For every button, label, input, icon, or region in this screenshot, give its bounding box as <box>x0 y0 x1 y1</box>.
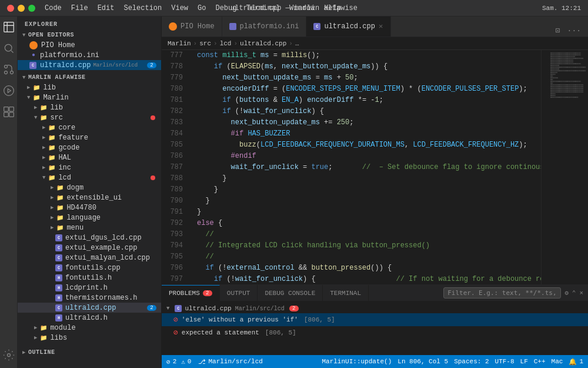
status-language[interactable]: C++ <box>534 358 546 366</box>
code-line-796: if (!external_control && button_pressed(… <box>197 263 541 274</box>
folder-marlin[interactable]: ▼ 📁 Marlin <box>18 92 161 102</box>
settings-icon[interactable] <box>1 347 17 363</box>
code-content[interactable]: const millis_t ms = millis(); if (ELAPSE… <box>192 50 541 284</box>
breadcrumb-marlin[interactable]: Marlin <box>168 40 191 47</box>
status-errors[interactable]: ⊘ 2 ⚠ 0 <box>166 358 191 366</box>
search-icon[interactable] <box>1 40 17 57</box>
source-control-icon[interactable] <box>1 61 17 78</box>
folder-libs[interactable]: ▶ 📁 libs <box>18 333 161 343</box>
error-loc-1: [806, 5] <box>304 316 335 323</box>
file-thermistornames-h[interactable]: H thermistornames.h <box>18 293 161 303</box>
file-lcdprint-h[interactable]: H lcdprint.h <box>18 283 161 293</box>
breadcrumb-ultralcd[interactable]: ultralcd.cpp <box>240 40 286 47</box>
panel-file-section[interactable]: ▼ C ultralcd.cpp Marlin/src/lcd 2 <box>162 304 588 313</box>
filter-settings-icon[interactable]: ⚙ <box>564 289 569 297</box>
folder-language[interactable]: ▶ 📁 language <box>18 213 161 223</box>
filter-input[interactable] <box>443 287 561 299</box>
tab-problems[interactable]: PROBLEMS 2 <box>162 285 220 301</box>
file-ultralcd-cpp[interactable]: C ultralcd.cpp 2 <box>18 303 161 313</box>
panel-collapse-icon[interactable]: ⌃ <box>572 289 576 297</box>
folder-lib-top[interactable]: ▶ 📁 lib <box>18 82 161 92</box>
status-line-ending[interactable]: LF <box>520 358 528 366</box>
panel-filter[interactable]: ⚙ ⌃ × <box>443 287 588 299</box>
extensions-icon[interactable] <box>1 104 17 120</box>
error-item-2[interactable]: ⊘ expected a statement [806, 5] <box>162 326 588 339</box>
code-editor[interactable]: 7777787797807817827837847857867877887897… <box>162 50 588 284</box>
hal-icon: 📁 <box>48 154 56 162</box>
panel-close-icon[interactable]: × <box>579 290 583 297</box>
extui-icon: 📁 <box>56 194 64 202</box>
tab-terminal[interactable]: TERMINAL <box>323 285 369 301</box>
maximize-button[interactable] <box>28 5 35 12</box>
panel-content[interactable]: ▼ C ultralcd.cpp Marlin/src/lcd 2 ⊘ 'els… <box>162 301 588 355</box>
error-item-1[interactable]: ⊘ 'else' without a previous 'if' [806, 5… <box>162 313 588 326</box>
outline-section[interactable]: ▶ Outline <box>18 347 161 357</box>
breadcrumb-src[interactable]: src <box>199 40 211 47</box>
folder-lcd[interactable]: ▼ 📁 lcd <box>18 173 161 183</box>
folder-core[interactable]: ▶ 📁 core <box>18 122 161 132</box>
file-fontutils-h[interactable]: H fontutils.h <box>18 273 161 283</box>
spaces-label: Spaces: 2 <box>454 358 489 365</box>
folder-hal[interactable]: ▶ 📁 HAL <box>18 152 161 163</box>
menu-selection[interactable]: Selection <box>123 4 162 12</box>
split-editor-button[interactable]: ⊡ <box>553 25 563 37</box>
gcode-chevron: ▶ <box>42 144 45 151</box>
folder-menu[interactable]: ▶ 📁 menu <box>18 223 161 233</box>
debug-icon[interactable] <box>1 82 17 99</box>
folder-lib2[interactable]: ▶ 📁 lib <box>18 102 161 112</box>
open-file-path: Marlin/src/lcd <box>93 62 138 68</box>
open-file-ultralcd[interactable]: C ultralcd.cpp Marlin/src/lcd 2 <box>18 60 161 70</box>
breadcrumb-ellipsis[interactable]: … <box>295 40 299 47</box>
file-extui-example[interactable]: C extui_example.cpp <box>18 243 161 253</box>
tab-output[interactable]: OUTPUT <box>220 285 258 301</box>
status-cursor[interactable]: Ln 806, Col 5 <box>397 358 448 366</box>
marlin-alfawise-section[interactable]: ▼ Marlin Alfawise <box>18 72 161 82</box>
lib-chevron: ▶ <box>27 84 30 91</box>
close-button[interactable] <box>7 5 14 12</box>
folder-extensible-ui[interactable]: ▶ 📁 extensible_ui <box>18 193 161 203</box>
tab-ultralcd[interactable]: C ultralcd.cpp × <box>306 16 390 37</box>
open-file-pio[interactable]: PIO Home <box>18 40 161 50</box>
file-fontutils-cpp[interactable]: C fontutils.cpp <box>18 263 161 273</box>
folder-hd44780[interactable]: ▶ 📁 HD44780 <box>18 203 161 213</box>
folder-marlin-label: Marlin <box>43 94 68 102</box>
menu-view[interactable]: View <box>171 4 188 12</box>
tab-close-button[interactable]: × <box>379 22 383 31</box>
menu-edit[interactable]: Edit <box>98 4 115 12</box>
more-actions-button[interactable]: ··· <box>565 25 583 37</box>
open-file-platformio[interactable]: ● platformio.ini <box>18 50 161 60</box>
breadcrumb-lcd[interactable]: lcd <box>220 40 232 47</box>
file-fontutils-cpp-label: fontutils.cpp <box>65 264 121 272</box>
folder-src[interactable]: ▼ 📁 src <box>18 112 161 122</box>
status-git[interactable]: ⎇ Marlin/src/lcd <box>198 358 262 366</box>
file-extui-dgus[interactable]: C extui_dgus_lcd.cpp <box>18 233 161 243</box>
folder-gcode[interactable]: ▶ 📁 gcode <box>18 142 161 152</box>
status-function[interactable]: MarlinUI::update() <box>322 358 392 366</box>
line-number-781: 781 <box>162 95 188 106</box>
file-extui-malyan[interactable]: C extui_malyan_lcd.cpp <box>18 253 161 263</box>
folder-feature[interactable]: ▶ 📁 feature <box>18 132 161 142</box>
folder-dogm[interactable]: ▶ 📁 dogm <box>18 183 161 193</box>
line-number-788: 788 <box>162 173 188 184</box>
status-encoding[interactable]: UTF-8 <box>495 358 514 366</box>
sidebar-content[interactable]: ▼ Open Editors PIO Home ● platformio.ini… <box>18 30 161 368</box>
status-spaces[interactable]: Spaces: 2 <box>454 358 489 366</box>
cpp-icon: C <box>29 62 36 69</box>
menu-file[interactable]: File <box>71 4 88 12</box>
folder-lang-label: language <box>66 214 101 222</box>
folder-inc[interactable]: ▶ 📁 inc <box>18 163 161 173</box>
open-editors-section[interactable]: ▼ Open Editors <box>18 30 161 40</box>
editor-area: PIO Home platformio.ini C ultralcd.cpp ×… <box>162 16 588 368</box>
minimize-button[interactable] <box>18 5 25 12</box>
code-line-780: encoderDiff = (ENCODER_STEPS_PER_MENU_IT… <box>197 84 541 95</box>
file-ultralcd-h[interactable]: H ultralcd.h <box>18 313 161 323</box>
tab-platformio[interactable]: platformio.ini <box>222 16 307 37</box>
explorer-icon[interactable] <box>1 19 17 35</box>
status-platform[interactable]: Mac <box>552 358 563 366</box>
menu-code[interactable]: Code <box>45 4 62 12</box>
status-notifications[interactable]: 🔔 1 <box>569 358 583 366</box>
menu-go[interactable]: Go <box>198 4 206 12</box>
tab-debug-console[interactable]: DEBUG CONSOLE <box>258 285 323 301</box>
tab-pio-home[interactable]: PIO Home <box>162 16 222 37</box>
folder-module[interactable]: ▶ 📁 module <box>18 323 161 333</box>
